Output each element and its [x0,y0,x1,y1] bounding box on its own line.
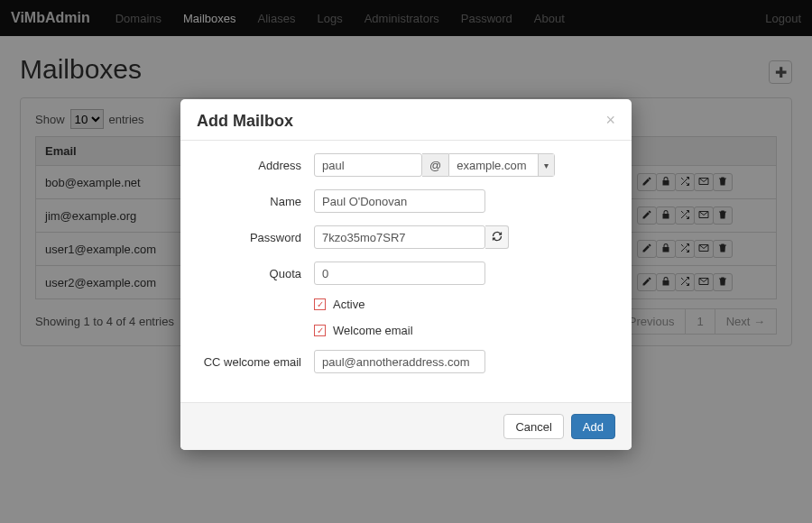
label-name: Name [197,195,314,208]
regenerate-password-button[interactable] [485,225,509,249]
label-quota: Quota [197,267,314,280]
add-button[interactable]: Add [571,414,615,439]
close-icon[interactable]: × [605,112,615,128]
password-input[interactable] [314,225,485,249]
welcome-checkbox[interactable]: ✓ [314,325,326,336]
chevron-down-icon: ▾ [538,154,554,176]
cc-input[interactable] [314,350,485,373]
address-local-input[interactable] [314,153,422,177]
refresh-icon [492,231,503,244]
address-domain-value: example.com [457,159,526,172]
label-address: Address [197,159,314,172]
quota-input[interactable] [314,262,485,285]
at-sign: @ [422,153,448,177]
address-domain-select[interactable]: example.com ▾ [448,153,555,177]
welcome-label: Welcome email [333,324,413,337]
add-mailbox-modal: Add Mailbox × Address @ example.com ▾ Na… [180,99,632,450]
active-label: Active [333,298,364,311]
modal-title: Add Mailbox [197,112,293,131]
label-cc: CC welcome email [197,355,314,369]
name-input[interactable] [314,189,485,213]
cancel-button[interactable]: Cancel [503,414,563,439]
active-checkbox[interactable]: ✓ [314,298,326,310]
label-password: Password [197,231,314,244]
